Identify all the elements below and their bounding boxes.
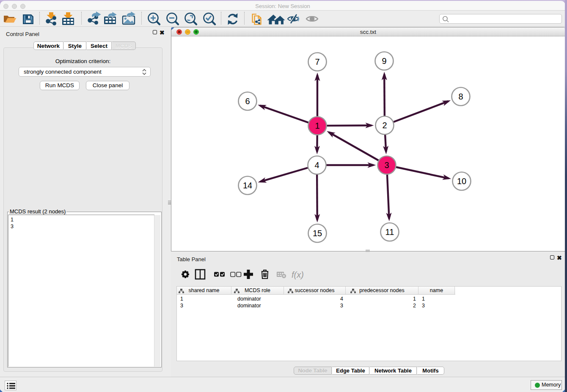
svg-text:1: 1 bbox=[315, 121, 319, 130]
svg-text:11: 11 bbox=[385, 227, 394, 237]
svg-text:14: 14 bbox=[243, 181, 252, 190]
svg-text:4: 4 bbox=[314, 160, 319, 170]
svg-text:9: 9 bbox=[382, 56, 386, 66]
svg-text:8: 8 bbox=[458, 92, 463, 101]
svg-text:7: 7 bbox=[315, 57, 319, 66]
svg-text:2: 2 bbox=[382, 121, 387, 130]
svg-text:6: 6 bbox=[245, 97, 250, 106]
svg-text:f(x): f(x) bbox=[292, 270, 304, 279]
svg-text:15: 15 bbox=[313, 229, 322, 238]
svg-text:3: 3 bbox=[384, 160, 389, 170]
svg-text:10: 10 bbox=[457, 177, 466, 186]
